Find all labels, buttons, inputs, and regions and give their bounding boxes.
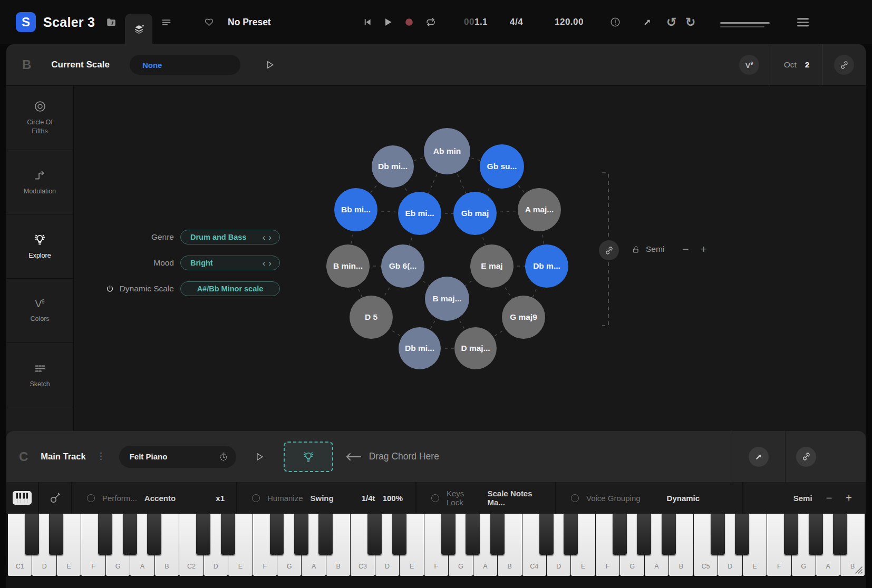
black-key[interactable]: [735, 514, 749, 555]
black-key[interactable]: [833, 514, 847, 555]
chord-bubble[interactable]: Db m...: [525, 244, 568, 288]
volume-slider[interactable]: [720, 22, 770, 27]
track-name[interactable]: Main Track: [41, 452, 85, 462]
black-key[interactable]: [564, 514, 578, 555]
guitar-view-toggle[interactable]: [39, 482, 72, 514]
black-key[interactable]: [196, 514, 210, 555]
resize-handle[interactable]: [852, 564, 863, 574]
voice-grouping-toggle[interactable]: [571, 494, 579, 502]
humanize-setting[interactable]: Humanize Swing 1/4t 100%: [237, 482, 416, 514]
power-icon[interactable]: [105, 285, 114, 293]
track-menu-button[interactable]: ⋮: [96, 454, 105, 459]
track-link-button[interactable]: [796, 447, 816, 467]
bracket-link-button[interactable]: [599, 240, 619, 260]
black-key[interactable]: [466, 514, 480, 555]
dynamic-scale-select[interactable]: A#/Bb Minor scale: [180, 281, 280, 296]
skip-to-start-button[interactable]: [363, 17, 372, 27]
semi-minus-button[interactable]: −: [826, 492, 832, 504]
sidebar-item-explore[interactable]: Explore: [6, 214, 73, 279]
tab-browser[interactable]: [98, 0, 125, 44]
voice-grouping-value[interactable]: Dynamic: [667, 494, 700, 503]
unlock-icon[interactable]: [632, 245, 641, 254]
info-button[interactable]: [609, 16, 621, 28]
black-key[interactable]: [49, 514, 63, 555]
redo-button[interactable]: ↻: [685, 15, 695, 30]
perform-setting[interactable]: Perform... Accento x1: [72, 482, 237, 514]
chord-bubble[interactable]: Db mi...: [372, 145, 414, 188]
black-key[interactable]: [25, 514, 39, 555]
humanize-toggle[interactable]: [252, 494, 260, 502]
black-key[interactable]: [318, 514, 333, 555]
black-key[interactable]: [270, 514, 284, 555]
sidebar-item-sketch[interactable]: Sketch: [6, 343, 73, 407]
black-key[interactable]: [809, 514, 823, 555]
chord-bubble[interactable]: D 5: [350, 296, 393, 339]
genre-prev-button[interactable]: ‹: [261, 233, 267, 242]
favorite-button[interactable]: [204, 17, 215, 27]
chord-bubble[interactable]: E maj: [470, 244, 513, 288]
scale-link-button[interactable]: [834, 55, 854, 75]
chord-bubble[interactable]: Db mi...: [399, 327, 441, 369]
mood-next-button[interactable]: ›: [267, 259, 273, 268]
mood-select[interactable]: Bright ‹ ›: [180, 256, 280, 270]
black-key[interactable]: [490, 514, 505, 555]
preset-name[interactable]: No Preset: [228, 17, 271, 28]
tempo-display[interactable]: 120.00: [555, 17, 584, 27]
semi-plus-button[interactable]: +: [701, 243, 707, 256]
export-button[interactable]: [642, 17, 653, 27]
main-menu-button[interactable]: [797, 16, 809, 28]
black-key[interactable]: [711, 514, 725, 555]
undo-button[interactable]: ↺: [666, 15, 676, 30]
semi-minus-button[interactable]: −: [682, 243, 689, 256]
keyboard-view-toggle[interactable]: [6, 482, 39, 514]
black-key[interactable]: [539, 514, 554, 555]
chord-drop-zone[interactable]: [284, 442, 333, 472]
semi-plus-button[interactable]: +: [846, 492, 852, 504]
octave-control[interactable]: Oct 2: [771, 60, 822, 70]
genre-select[interactable]: Drum and Bass ‹ ›: [180, 230, 280, 244]
sidebar-item-circle-of-fifths[interactable]: Circle Of Fifths: [6, 86, 73, 150]
chord-bubble[interactable]: B maj...: [425, 277, 469, 321]
mood-prev-button[interactable]: ‹: [261, 259, 267, 268]
black-key[interactable]: [637, 514, 651, 555]
quantize-clock-icon[interactable]: [218, 452, 229, 462]
genre-next-button[interactable]: ›: [267, 233, 273, 242]
humanize-division[interactable]: 1/4t: [362, 494, 375, 503]
humanize-amount[interactable]: 100%: [383, 494, 403, 503]
black-key[interactable]: [123, 514, 137, 555]
sidebar-item-colors[interactable]: V9 Colors: [6, 279, 73, 343]
chord-bubble[interactable]: Eb mi...: [398, 192, 441, 235]
loop-button[interactable]: [425, 16, 437, 28]
black-key[interactable]: [613, 514, 627, 555]
chord-bubble[interactable]: D maj...: [454, 327, 497, 369]
perform-multiplier[interactable]: x1: [216, 494, 225, 503]
play-button[interactable]: [383, 17, 393, 27]
black-key[interactable]: [662, 514, 676, 555]
chord-bubble[interactable]: Gb maj: [453, 192, 497, 235]
black-key[interactable]: [98, 514, 112, 555]
track-export-button[interactable]: [749, 447, 769, 467]
tab-main-active[interactable]: [125, 14, 152, 44]
chord-bubble[interactable]: G maj9: [502, 296, 545, 339]
black-key[interactable]: [367, 514, 382, 555]
black-key[interactable]: [221, 514, 235, 555]
chord-bubble[interactable]: Ab min: [424, 128, 470, 174]
instrument-select[interactable]: Felt Piano: [119, 446, 236, 468]
chord-bubble[interactable]: A maj...: [518, 188, 561, 231]
track-play-button[interactable]: [254, 452, 265, 462]
voicing-button[interactable]: V9: [739, 55, 759, 75]
sidebar-item-modulation[interactable]: Modulation: [6, 150, 73, 214]
chord-bubble[interactable]: Bb mi...: [334, 188, 377, 231]
black-key[interactable]: [784, 514, 798, 555]
perform-toggle[interactable]: [87, 494, 95, 502]
black-key[interactable]: [392, 514, 406, 555]
black-key[interactable]: [294, 514, 308, 555]
black-key[interactable]: [441, 514, 456, 555]
keys-lock-toggle[interactable]: [431, 494, 439, 502]
scale-play-button[interactable]: [265, 60, 275, 70]
voice-grouping-setting[interactable]: Voice Grouping Dynamic: [556, 482, 743, 514]
chord-bubble[interactable]: Gb 6(...: [381, 244, 424, 288]
black-key[interactable]: [147, 514, 161, 555]
chord-bubble[interactable]: B min...: [326, 244, 370, 288]
tab-list[interactable]: [152, 0, 180, 44]
